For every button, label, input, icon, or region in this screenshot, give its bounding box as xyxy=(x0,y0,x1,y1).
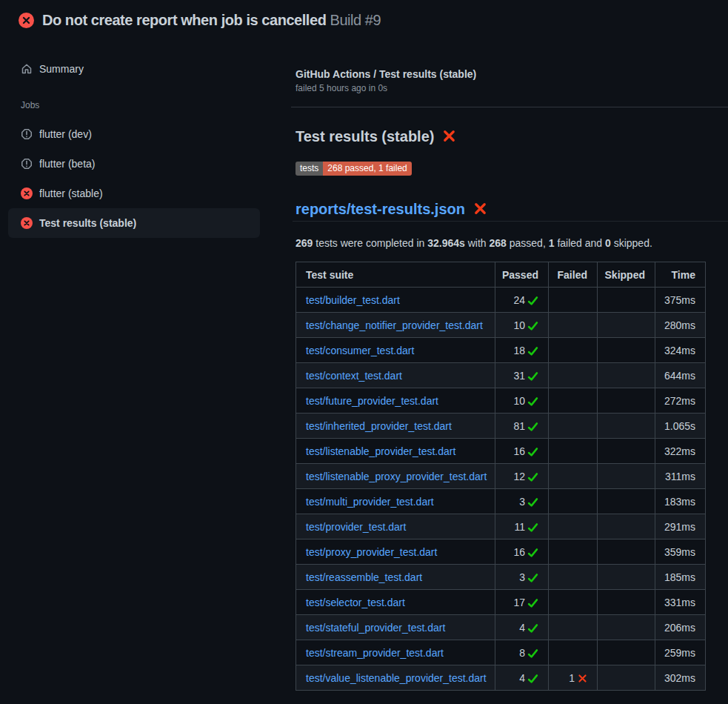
passed-check-icon xyxy=(527,396,538,407)
summary-segment: 0 xyxy=(605,237,611,249)
sidebar-item-flutter-dev[interactable]: flutter (dev) xyxy=(8,119,260,149)
passed-cell: 10 xyxy=(495,388,549,414)
skipped-cell xyxy=(598,363,655,388)
test-suite-link[interactable]: test/multi_provider_test.dart xyxy=(306,496,434,508)
table-row: test/stateful_provider_test.dart4206ms xyxy=(296,615,706,640)
report-divider xyxy=(293,221,728,222)
table-row: test/consumer_test.dart18324ms xyxy=(296,338,706,363)
failed-cell xyxy=(549,514,598,539)
summary-segment: skipped. xyxy=(611,237,652,249)
skipped-cell xyxy=(598,539,655,565)
passed-cell: 81 xyxy=(495,414,549,439)
sidebar-item-test-results-stable[interactable]: Test results (stable) xyxy=(8,208,260,238)
results-table-body: test/builder_test.dart24375mstest/change… xyxy=(296,288,706,691)
page-title: Do not create report when job is cancell… xyxy=(42,12,381,29)
column-header-failed: Failed xyxy=(549,262,598,288)
table-row: test/listenable_proxy_provider_test.dart… xyxy=(296,464,706,489)
test-suite-link[interactable]: test/stream_provider_test.dart xyxy=(306,647,444,659)
table-row: test/change_notifier_provider_test.dart1… xyxy=(296,313,706,338)
passed-cell: 12 xyxy=(495,464,549,489)
section-failed-x-icon xyxy=(442,129,456,143)
suite-cell: test/listenable_provider_test.dart xyxy=(296,439,495,464)
table-row: test/context_test.dart31644ms xyxy=(296,363,706,388)
test-suite-link[interactable]: test/builder_test.dart xyxy=(306,294,400,306)
sidebar-item-flutter-stable[interactable]: flutter (stable) xyxy=(8,179,260,208)
test-suite-link[interactable]: test/value_listenable_provider_test.dart xyxy=(306,672,487,684)
passed-cell: 11 xyxy=(495,514,549,539)
column-header-time: Time xyxy=(655,262,706,288)
time-cell: 1.065s xyxy=(655,414,706,439)
passed-cell: 17 xyxy=(495,590,549,615)
section-title-text: Test results (stable) xyxy=(295,128,434,145)
test-suite-link[interactable]: test/future_provider_test.dart xyxy=(306,395,438,407)
time-cell: 359ms xyxy=(655,539,706,565)
time-cell: 302ms xyxy=(655,665,706,691)
test-suite-link[interactable]: test/inherited_provider_test.dart xyxy=(306,420,452,432)
test-suite-link[interactable]: test/reassemble_test.dart xyxy=(306,571,422,583)
test-suite-link[interactable]: test/context_test.dart xyxy=(306,370,402,382)
test-suite-link[interactable]: test/change_notifier_provider_test.dart xyxy=(306,319,483,331)
failed-cell xyxy=(549,388,598,414)
time-cell: 280ms xyxy=(655,313,706,338)
passed-check-icon xyxy=(527,597,538,608)
results-table: Test suitePassedFailedSkippedTime test/b… xyxy=(295,262,706,691)
sidebar-item-flutter-beta[interactable]: flutter (beta) xyxy=(8,149,260,179)
passed-cell: 4 xyxy=(495,665,549,691)
x-circle-icon xyxy=(21,217,33,229)
test-suite-link[interactable]: test/consumer_test.dart xyxy=(306,345,414,356)
passed-cell: 3 xyxy=(495,565,549,590)
job-label: flutter (stable) xyxy=(39,187,103,199)
job-label: flutter (dev) xyxy=(39,128,92,140)
suite-cell: test/listenable_proxy_provider_test.dart xyxy=(296,464,495,489)
passed-cell: 24 xyxy=(495,288,549,313)
test-suite-link[interactable]: test/stateful_provider_test.dart xyxy=(306,622,445,634)
test-suite-link[interactable]: test/listenable_proxy_provider_test.dart xyxy=(306,471,487,482)
passed-check-icon xyxy=(527,446,538,457)
suite-cell: test/multi_provider_test.dart xyxy=(296,489,495,514)
time-cell: 206ms xyxy=(655,615,706,640)
column-header-passed: Passed xyxy=(495,262,549,288)
passed-check-icon xyxy=(527,572,538,583)
test-suite-link[interactable]: test/listenable_provider_test.dart xyxy=(306,445,455,457)
passed-check-icon xyxy=(527,471,538,482)
time-cell: 291ms xyxy=(655,514,706,539)
skipped-cell xyxy=(598,464,655,489)
passed-cell: 8 xyxy=(495,640,549,665)
suite-cell: test/change_notifier_provider_test.dart xyxy=(296,313,495,338)
time-cell: 322ms xyxy=(655,439,706,464)
time-cell: 311ms xyxy=(655,464,706,489)
passed-check-icon xyxy=(527,522,538,533)
sidebar-jobs-list: flutter (dev)flutter (beta)flutter (stab… xyxy=(8,119,260,238)
passed-check-icon xyxy=(527,320,538,331)
summary-segment: 1 xyxy=(549,237,555,249)
skipped-cell xyxy=(598,615,655,640)
failed-cell xyxy=(549,464,598,489)
summary-segment: 269 xyxy=(295,237,313,249)
passed-check-icon xyxy=(527,345,538,356)
skipped-cell xyxy=(598,514,655,539)
test-suite-link[interactable]: test/proxy_provider_test.dart xyxy=(306,546,437,558)
breadcrumb: GitHub Actions / Test results (stable) xyxy=(295,68,476,80)
sidebar-item-summary[interactable]: Summary xyxy=(8,54,260,84)
table-row: test/builder_test.dart24375ms xyxy=(296,288,706,313)
build-title-text: Do not create report when job is cancell… xyxy=(42,12,326,28)
skipped-cell xyxy=(598,590,655,615)
summary-segment: passed, xyxy=(507,237,549,249)
header-divider xyxy=(291,107,728,107)
skipped-cell xyxy=(598,288,655,313)
suite-cell: test/builder_test.dart xyxy=(296,288,495,313)
test-suite-link[interactable]: test/selector_test.dart xyxy=(306,597,405,608)
suite-cell: test/proxy_provider_test.dart xyxy=(296,539,495,565)
suite-cell: test/inherited_provider_test.dart xyxy=(296,414,495,439)
skipped-cell xyxy=(598,414,655,439)
report-title[interactable]: reports/test-results.json xyxy=(295,200,487,218)
table-row: test/listenable_provider_test.dart16322m… xyxy=(296,439,706,464)
suite-cell: test/context_test.dart xyxy=(296,363,495,388)
skipped-cell xyxy=(598,640,655,665)
badge-label: tests xyxy=(295,162,323,176)
suite-cell: test/stream_provider_test.dart xyxy=(296,640,495,665)
passed-cell: 16 xyxy=(495,539,549,565)
suite-cell: test/provider_test.dart xyxy=(296,514,495,539)
failed-cell xyxy=(549,565,598,590)
test-suite-link[interactable]: test/provider_test.dart xyxy=(306,521,406,533)
